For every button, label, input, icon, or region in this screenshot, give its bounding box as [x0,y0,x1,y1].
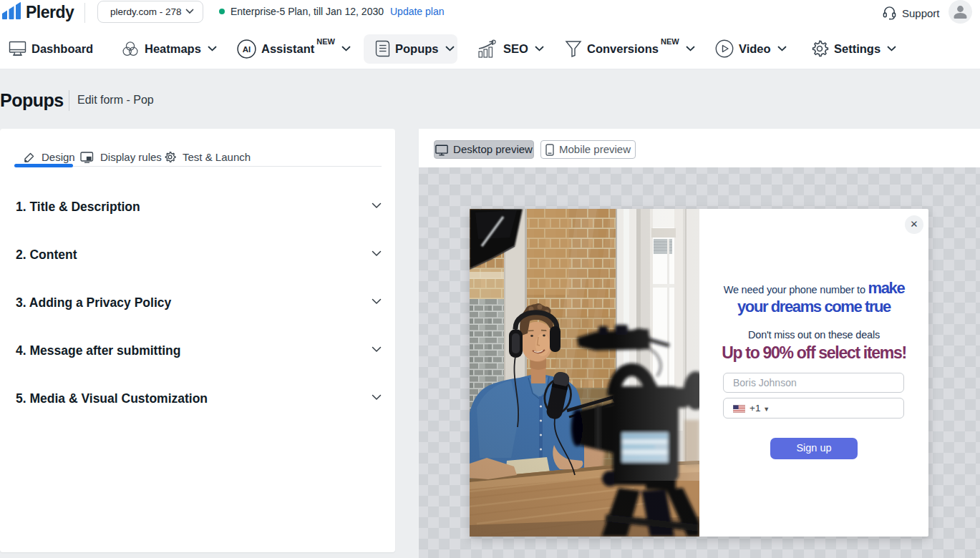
svg-text:AI: AI [243,45,251,54]
